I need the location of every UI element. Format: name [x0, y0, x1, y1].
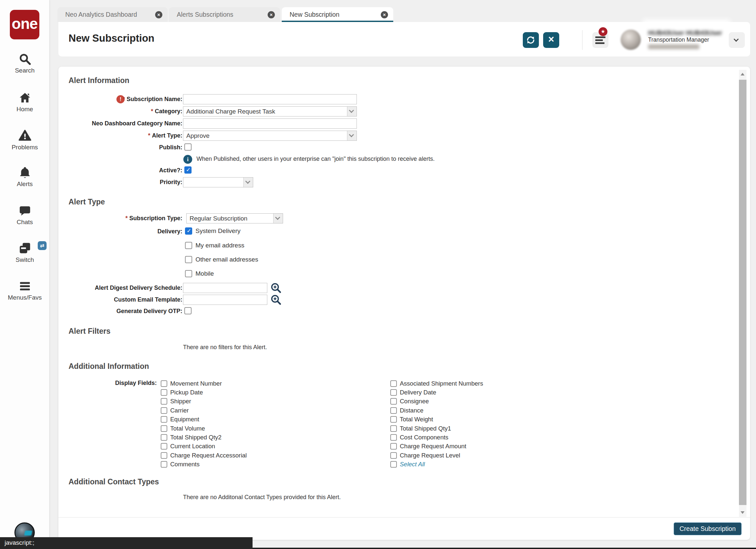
refresh-button[interactable] — [523, 32, 539, 48]
scrollbar-thumb[interactable] — [739, 80, 746, 505]
other-email-checkbox[interactable] — [185, 256, 192, 263]
checkbox-label: Other email addresses — [195, 256, 258, 263]
display-field-checkbox[interactable] — [161, 425, 167, 432]
alert-digest-schedule-input[interactable] — [183, 283, 267, 293]
category-select[interactable]: Additional Charge Request Task — [183, 106, 357, 116]
neo-dashboard-category-input[interactable] — [183, 118, 357, 129]
select-all-checkbox[interactable] — [390, 461, 397, 468]
field-label: Active?: — [58, 166, 182, 174]
one-logo[interactable]: one — [10, 10, 39, 39]
favorites-star-badge-icon[interactable]: ★ — [599, 27, 607, 36]
form-row-publish: Publish: — [58, 143, 682, 152]
display-field-checkbox[interactable] — [390, 380, 397, 387]
display-field-checkbox[interactable] — [390, 407, 397, 414]
switch-context-badge-icon[interactable]: ⇄ — [38, 241, 47, 250]
display-field-checkbox[interactable] — [390, 443, 397, 450]
my-email-checkbox[interactable] — [185, 242, 192, 249]
tab-label: Alerts Subscriptions — [177, 7, 233, 22]
tab-label: Neo Analytics Dashboard — [65, 7, 137, 22]
form-row-neo-dashboard-category: Neo Dashboard Category Name: — [58, 118, 682, 129]
display-field-checkbox[interactable] — [161, 407, 167, 414]
bell-icon — [18, 166, 31, 179]
display-field-option: Total Weight — [390, 415, 483, 424]
custom-email-template-input[interactable] — [183, 295, 267, 305]
scroll-up-button[interactable] — [739, 70, 746, 78]
display-field-checkbox[interactable] — [161, 398, 167, 405]
info-icon: i — [183, 155, 192, 164]
required-asterisk: * — [151, 108, 153, 114]
mobile-checkbox[interactable] — [185, 270, 192, 277]
display-field-checkbox[interactable] — [390, 398, 397, 405]
close-page-button[interactable]: × — [543, 32, 559, 48]
display-field-checkbox[interactable] — [161, 461, 167, 468]
contact-types-empty-text: There are no Additonal Contact Types pro… — [183, 494, 341, 501]
field-label: *Alert Type: — [58, 131, 182, 141]
display-field-option: Consignee — [390, 397, 483, 406]
display-field-checkbox[interactable] — [161, 389, 167, 396]
user-menu-button[interactable] — [729, 32, 745, 48]
subscription-name-input[interactable] — [183, 94, 357, 104]
hamburger-icon — [18, 280, 31, 293]
tab-close-icon[interactable]: × — [268, 11, 275, 18]
tab-close-icon[interactable]: × — [381, 11, 388, 18]
form-row-active: Active?: — [58, 166, 682, 175]
generate-otp-checkbox[interactable] — [184, 307, 192, 315]
form-row-mobile: Mobile — [58, 270, 682, 279]
section-heading-alert-information: Alert Information — [69, 76, 129, 85]
hamburger-icon — [595, 36, 605, 38]
select-dropdown-button[interactable] — [347, 131, 357, 140]
display-field-checkbox[interactable] — [390, 416, 397, 423]
checkbox-label: Charge Request Amount — [400, 443, 466, 450]
display-field-checkbox[interactable] — [390, 389, 397, 396]
system-delivery-checkbox[interactable] — [185, 227, 192, 234]
display-field-checkbox[interactable] — [390, 434, 397, 441]
display-field-checkbox[interactable] — [390, 425, 397, 432]
vertical-scrollbar — [739, 70, 746, 517]
display-fields-label: Display Fields: — [58, 379, 157, 387]
lookup-magnifier-icon[interactable] — [270, 294, 281, 305]
form-row-generate-otp: Generate Delivery OTP: — [58, 307, 682, 316]
display-field-checkbox[interactable] — [161, 452, 167, 459]
display-field-checkbox[interactable] — [161, 416, 167, 423]
display-field-option: Total Shipped Qty2 — [161, 433, 247, 442]
publish-checkbox[interactable] — [184, 143, 192, 151]
sidebar-item-home[interactable]: Home — [0, 91, 50, 113]
checkbox-label: Equipment — [170, 416, 199, 423]
lookup-magnifier-icon[interactable] — [270, 282, 281, 294]
display-field-option: Current Location — [161, 442, 247, 451]
status-text: javascript:; — [0, 537, 34, 548]
display-field-checkbox[interactable] — [161, 434, 167, 441]
tab-alerts-subscriptions[interactable]: Alerts Subscriptions × — [169, 7, 280, 22]
checkbox-label: Comments — [170, 461, 199, 468]
sidebar-item-problems[interactable]: Problems — [0, 129, 50, 151]
sidebar-item-chats[interactable]: Chats — [0, 204, 50, 226]
select-all-link[interactable]: Select All — [400, 461, 425, 468]
subscription-type-select[interactable]: Regular Subscription — [186, 213, 283, 223]
tab-neo-analytics-dashboard[interactable]: Neo Analytics Dashboard × — [57, 7, 168, 22]
select-dropdown-button[interactable] — [273, 213, 283, 223]
sidebar-item-alerts[interactable]: Alerts — [0, 166, 50, 188]
tab-new-subscription[interactable]: New Subscription × — [282, 7, 393, 22]
select-dropdown-button[interactable] — [347, 107, 357, 116]
display-field-option: Delivery Date — [390, 388, 483, 397]
active-checkbox[interactable] — [184, 166, 192, 173]
display-field-checkbox[interactable] — [390, 452, 397, 459]
sidebar-item-menus-favs[interactable]: Menus/Favs — [0, 280, 50, 301]
form-row-priority: Priority: — [58, 177, 682, 187]
display-field-select-all: Select All — [390, 460, 483, 469]
checkbox-label: Delivery Date — [400, 389, 436, 396]
create-subscription-button[interactable]: Create Subscription — [674, 522, 742, 535]
scroll-down-button[interactable] — [739, 508, 746, 517]
priority-select[interactable] — [183, 177, 253, 187]
sidebar-item-search[interactable]: Search — [0, 52, 50, 74]
select-dropdown-button[interactable] — [243, 177, 253, 187]
checkbox-label: Charge Request Accessorial — [170, 452, 247, 459]
display-field-checkbox[interactable] — [161, 380, 167, 387]
display-fields-left-column: Movement Number Pickup Date Shipper Carr… — [161, 379, 247, 469]
alert-type-select[interactable]: Approve — [183, 131, 357, 141]
user-org-redacted — [648, 44, 699, 49]
form-row-other-email: Other email addresses — [58, 256, 682, 264]
form-row-delivery: Delivery: System Delivery — [58, 227, 682, 236]
tab-close-icon[interactable]: × — [155, 11, 162, 18]
display-field-checkbox[interactable] — [161, 443, 167, 450]
